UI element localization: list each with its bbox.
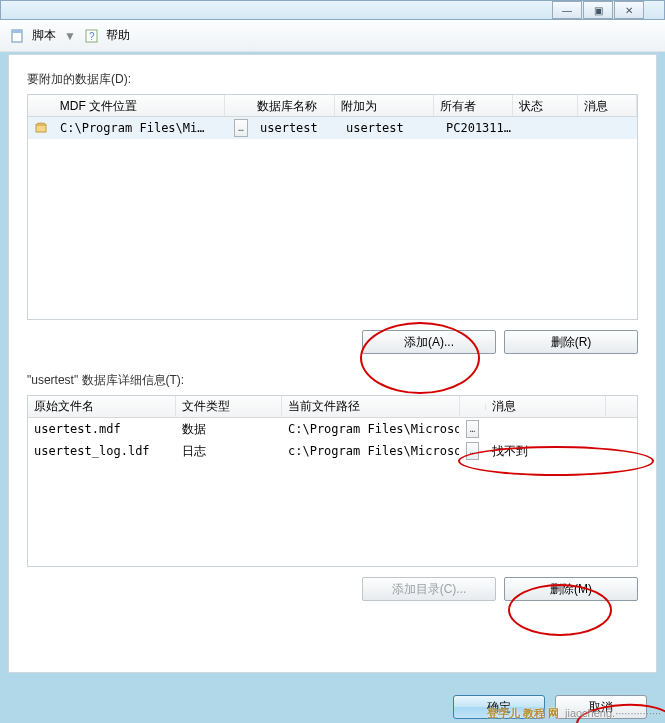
cell-attachas: usertest [340,118,440,138]
help-button[interactable]: 帮助 [106,27,130,44]
grid-header: 原始文件名 文件类型 当前文件路径 消息 [28,396,637,418]
minimize-button[interactable]: — [552,1,582,19]
col-mdf-location[interactable]: MDF 文件位置 [54,95,225,116]
db-to-attach-grid: MDF 文件位置 数据库名称 附加为 所有者 状态 消息 C:\Program … [27,94,638,320]
grid-header: MDF 文件位置 数据库名称 附加为 所有者 状态 消息 [28,95,637,117]
db-icon [28,118,54,138]
cell-message: 找不到 [486,440,606,463]
db-details-label: "usertest" 数据库详细信息(T): [27,372,638,389]
maximize-button[interactable]: ▣ [583,1,613,19]
cell-owner: PC201311… [440,118,520,138]
svg-rect-1 [12,30,22,33]
cell-curpath: C:\Program Files\Microsof… [282,419,460,439]
col-orig-filename[interactable]: 原始文件名 [28,395,176,418]
cell-ftype: 数据 [176,418,282,441]
db-details-grid: 原始文件名 文件类型 当前文件路径 消息 usertest.mdf 数据 C:\… [27,395,638,567]
main-panel: 要附加的数据库(D): MDF 文件位置 数据库名称 附加为 所有者 状态 消息… [8,54,657,673]
cell-message [486,426,606,432]
titlebar: — ▣ ✕ [0,0,665,20]
add-directory-button: 添加目录(C)... [362,577,496,601]
toolbar: 脚本 ▼ ? 帮助 [0,20,665,52]
col-dbname[interactable]: 数据库名称 [251,95,336,116]
cell-orig: usertest.mdf [28,419,176,439]
cell-orig: usertest_log.ldf [28,441,176,461]
remove-db-button[interactable]: 删除(R) [504,330,638,354]
remove-file-button[interactable]: 删除(M) [504,577,638,601]
script-icon [10,28,26,44]
watermark: 登字儿 教程 网jiaocheng.··············· [487,706,661,721]
cell-dbname: usertest [254,118,340,138]
browse-button[interactable]: … [466,420,479,438]
help-icon: ? [84,28,100,44]
col-owner[interactable]: 所有者 [434,95,513,116]
svg-rect-5 [36,125,46,132]
col-curpath[interactable]: 当前文件路径 [282,395,460,418]
svg-text:?: ? [89,31,95,42]
col-status[interactable]: 状态 [513,95,578,116]
db-to-attach-label: 要附加的数据库(D): [27,71,638,88]
cell-curpath: c:\Program Files\Microsof… [282,441,460,461]
table-row[interactable]: usertest.mdf 数据 C:\Program Files\Microso… [28,418,637,440]
close-button[interactable]: ✕ [614,1,644,19]
browse-button[interactable]: … [466,442,479,460]
col-message[interactable]: 消息 [578,95,637,116]
cell-ftype: 日志 [176,440,282,463]
col-filetype[interactable]: 文件类型 [176,395,282,418]
script-button[interactable]: 脚本 [32,27,56,44]
add-button[interactable]: 添加(A)... [362,330,496,354]
dropdown-icon[interactable]: ▼ [64,29,76,43]
cell-mdf-location: C:\Program Files\Mi… [54,118,228,138]
table-row[interactable]: C:\Program Files\Mi… … usertest usertest… [28,117,637,139]
col-attachas[interactable]: 附加为 [335,95,433,116]
table-row[interactable]: usertest_log.ldf 日志 c:\Program Files\Mic… [28,440,637,462]
col-message[interactable]: 消息 [486,395,606,418]
browse-button[interactable]: … [234,119,248,137]
